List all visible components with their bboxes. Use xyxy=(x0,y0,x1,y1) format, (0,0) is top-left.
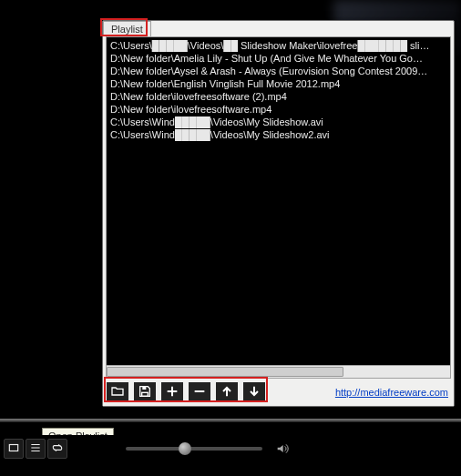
playlist-list[interactable]: C:\Users\█████\Videos\██ Slideshow Maker… xyxy=(107,37,450,365)
playlist-toolbar: http://mediafreeware.com xyxy=(103,379,454,406)
arrow-down-icon xyxy=(247,384,261,401)
save-floppy-icon xyxy=(138,384,152,401)
list-item[interactable]: D:\New folder\Amelia Lily - Shut Up (And… xyxy=(110,52,446,65)
open-folder-icon xyxy=(110,384,125,401)
scrollbar-thumb[interactable] xyxy=(107,367,343,377)
list-item[interactable]: D:\New folder\ilovefreesoftware.mp4 xyxy=(110,103,446,116)
volume-icon[interactable] xyxy=(275,441,290,456)
player-controls xyxy=(0,435,461,462)
svg-rect-0 xyxy=(142,386,146,389)
move-up-button[interactable] xyxy=(216,382,238,402)
website-link[interactable]: http://mediafreeware.com xyxy=(335,387,448,398)
playlist-window: Playlist C:\Users\█████\Videos\██ Slides… xyxy=(102,20,455,407)
fullscreen-icon xyxy=(7,441,20,457)
arrow-up-icon xyxy=(220,384,234,401)
open-button[interactable] xyxy=(107,382,128,402)
playlist-icon xyxy=(29,441,42,457)
fullscreen-button[interactable] xyxy=(4,439,24,459)
list-item[interactable]: D:\New folder\English Vinglish Full Movi… xyxy=(110,77,446,90)
seek-bar[interactable] xyxy=(0,419,461,422)
remove-button[interactable] xyxy=(189,382,210,402)
svg-rect-1 xyxy=(142,392,149,396)
repeat-button[interactable] xyxy=(47,439,67,459)
move-down-button[interactable] xyxy=(243,382,265,402)
horizontal-scrollbar[interactable] xyxy=(107,365,450,378)
list-item[interactable]: D:\New folder\Aysel & Arash - Always (Eu… xyxy=(110,65,446,77)
playlist-body: C:\Users\█████\Videos\██ Slideshow Maker… xyxy=(106,36,451,379)
list-item[interactable]: C:\Users\█████\Videos\██ Slideshow Maker… xyxy=(110,39,446,52)
footer-link-area: http://mediafreeware.com xyxy=(335,387,448,398)
plus-icon xyxy=(165,384,179,401)
volume-slider[interactable] xyxy=(126,447,262,451)
svg-rect-2 xyxy=(9,444,17,451)
add-button[interactable] xyxy=(161,382,183,402)
minus-icon xyxy=(192,384,207,401)
volume-thumb[interactable] xyxy=(179,442,191,455)
repeat-icon xyxy=(51,441,64,457)
list-item[interactable]: C:\Users\Wind█████\Videos\My Slideshow2.… xyxy=(110,128,446,141)
save-button[interactable] xyxy=(134,382,156,402)
list-item[interactable]: C:\Users\Wind█████\Videos\My Slideshow.a… xyxy=(110,116,446,128)
list-item[interactable]: D:\New folder\ilovefreesoftware (2).mp4 xyxy=(110,90,446,103)
playlist-title-tab: Playlist xyxy=(103,21,151,36)
open-playlist-button[interactable] xyxy=(26,439,46,459)
